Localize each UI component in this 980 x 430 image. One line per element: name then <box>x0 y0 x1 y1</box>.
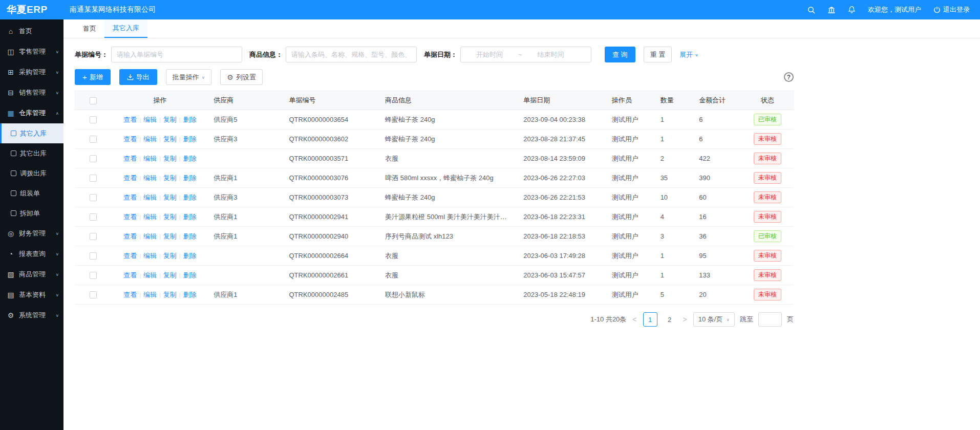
view-link[interactable]: 查看 <box>123 193 137 201</box>
home-site-icon[interactable] <box>827 6 836 14</box>
search-icon[interactable] <box>807 6 815 14</box>
row-checkbox[interactable] <box>90 252 97 260</box>
delete-link[interactable]: 删除 <box>183 232 197 240</box>
sidebar-subitem-other-inbound[interactable]: 其它入库 <box>0 123 63 143</box>
sidebar-subitem-assembly[interactable]: 组装单 <box>0 183 63 203</box>
edit-link[interactable]: 编辑 <box>143 135 157 143</box>
tab-other-inbound[interactable]: 其它入库 <box>104 19 147 38</box>
column-settings-button[interactable]: ⚙ 列设置 <box>220 69 263 85</box>
expand-link[interactable]: 展开 ∨ <box>679 50 698 59</box>
bell-icon[interactable] <box>848 6 856 14</box>
export-button[interactable]: 导出 <box>119 69 157 85</box>
view-link[interactable]: 查看 <box>123 155 137 162</box>
prev-page-button[interactable]: < <box>631 315 637 324</box>
select-all-checkbox[interactable] <box>90 97 97 104</box>
end-date-input[interactable] <box>522 51 580 58</box>
page-2-button[interactable]: 2 <box>663 312 677 327</box>
copy-link[interactable]: 复制 <box>163 291 177 298</box>
sidebar-item-home[interactable]: ⌂ 首页 <box>0 21 63 41</box>
row-checkbox[interactable] <box>90 272 97 279</box>
copy-link[interactable]: 复制 <box>163 271 177 279</box>
sidebar-item-basic[interactable]: ▤ 基本资料 ∨ <box>0 285 63 305</box>
row-checkbox[interactable] <box>90 175 97 182</box>
sidebar-item-finance[interactable]: ◎ 财务管理 ∨ <box>0 223 63 244</box>
row-checkbox[interactable] <box>90 213 97 221</box>
amount-cell: 60 <box>694 188 741 207</box>
reset-button[interactable]: 重 置 <box>644 47 672 62</box>
copy-link[interactable]: 复制 <box>163 155 177 162</box>
view-link[interactable]: 查看 <box>123 116 137 123</box>
row-checkbox[interactable] <box>90 116 97 123</box>
tab-home[interactable]: 首页 <box>75 19 104 38</box>
sidebar-item-sales[interactable]: ⊟ 销售管理 ∨ <box>0 82 63 103</box>
submenu-icon <box>11 170 16 176</box>
view-link[interactable]: 查看 <box>123 252 137 260</box>
edit-link[interactable]: 编辑 <box>143 213 157 221</box>
help-icon[interactable]: ? <box>784 72 794 82</box>
edit-link[interactable]: 编辑 <box>143 291 157 298</box>
delete-link[interactable]: 删除 <box>183 135 197 143</box>
row-checkbox[interactable] <box>90 155 97 162</box>
sidebar-item-retail[interactable]: ◫ 零售管理 ∨ <box>0 41 63 62</box>
app-logo[interactable]: 华夏ERP <box>0 3 63 16</box>
batch-operations-button[interactable]: 批量操作 ∨ <box>166 69 212 85</box>
row-checkbox[interactable] <box>90 291 97 298</box>
chevron-down-icon: ∨ <box>55 293 59 297</box>
view-link[interactable]: 查看 <box>123 174 137 182</box>
copy-link[interactable]: 复制 <box>163 252 177 260</box>
delete-link[interactable]: 删除 <box>183 271 197 279</box>
product-info-input[interactable] <box>286 47 417 62</box>
view-link[interactable]: 查看 <box>123 271 137 279</box>
edit-link[interactable]: 编辑 <box>143 116 157 123</box>
jump-page-input[interactable] <box>758 312 782 327</box>
edit-link[interactable]: 编辑 <box>143 271 157 279</box>
bill-no-input[interactable] <box>111 47 242 62</box>
welcome-text: 欢迎您，测试用户 <box>868 5 921 14</box>
view-link[interactable]: 查看 <box>123 232 137 240</box>
row-checkbox[interactable] <box>90 136 97 143</box>
date-range-picker[interactable]: ~ <box>460 47 591 62</box>
sidebar-item-goods[interactable]: ▧ 商品管理 ∨ <box>0 264 63 285</box>
sidebar-item-purchase[interactable]: ⊞ 采购管理 ∨ <box>0 62 63 82</box>
sidebar-item-report[interactable]: ◔ 报表查询 ∨ <box>0 244 63 264</box>
sidebar-subitem-other-outbound[interactable]: 其它出库 <box>0 143 63 163</box>
view-link[interactable]: 查看 <box>123 291 137 298</box>
logout-button[interactable]: 退出登录 <box>933 5 970 14</box>
toolbar: + 新增 导出 批量操作 ∨ ⚙ 列设置 ? <box>75 69 794 85</box>
delete-link[interactable]: 删除 <box>183 174 197 182</box>
page-size-select[interactable]: 10 条/页 ∨ <box>693 312 735 327</box>
copy-link[interactable]: 复制 <box>163 135 177 143</box>
delete-link[interactable]: 删除 <box>183 116 197 123</box>
edit-link[interactable]: 编辑 <box>143 174 157 182</box>
copy-link[interactable]: 复制 <box>163 174 177 182</box>
edit-link[interactable]: 编辑 <box>143 155 157 162</box>
sidebar-subitem-disassembly[interactable]: 拆卸单 <box>0 203 63 223</box>
start-date-input[interactable] <box>461 51 518 58</box>
product-info-cell: 衣服 <box>380 246 518 266</box>
edit-link[interactable]: 编辑 <box>143 232 157 240</box>
search-button[interactable]: 查 询 <box>605 47 635 62</box>
view-link[interactable]: 查看 <box>123 213 137 221</box>
action-divider: | <box>159 233 161 240</box>
delete-link[interactable]: 删除 <box>183 193 197 201</box>
delete-link[interactable]: 删除 <box>183 291 197 298</box>
finance-icon: ◎ <box>7 229 15 238</box>
next-page-button[interactable]: > <box>682 315 688 324</box>
delete-link[interactable]: 删除 <box>183 213 197 221</box>
view-link[interactable]: 查看 <box>123 135 137 143</box>
edit-link[interactable]: 编辑 <box>143 193 157 201</box>
sidebar-item-system[interactable]: ⚙ 系统管理 ∨ <box>0 305 63 326</box>
copy-link[interactable]: 复制 <box>163 116 177 123</box>
copy-link[interactable]: 复制 <box>163 213 177 221</box>
copy-link[interactable]: 复制 <box>163 193 177 201</box>
row-checkbox[interactable] <box>90 194 97 201</box>
copy-link[interactable]: 复制 <box>163 232 177 240</box>
row-checkbox[interactable] <box>90 233 97 240</box>
edit-link[interactable]: 编辑 <box>143 252 157 260</box>
sidebar-subitem-transfer-outbound[interactable]: 调拨出库 <box>0 163 63 183</box>
sidebar-item-warehouse[interactable]: ▦ 仓库管理 ∧ <box>0 103 63 123</box>
add-button[interactable]: + 新增 <box>75 69 111 85</box>
page-1-button[interactable]: 1 <box>643 312 657 327</box>
delete-link[interactable]: 删除 <box>183 252 197 260</box>
delete-link[interactable]: 删除 <box>183 155 197 162</box>
